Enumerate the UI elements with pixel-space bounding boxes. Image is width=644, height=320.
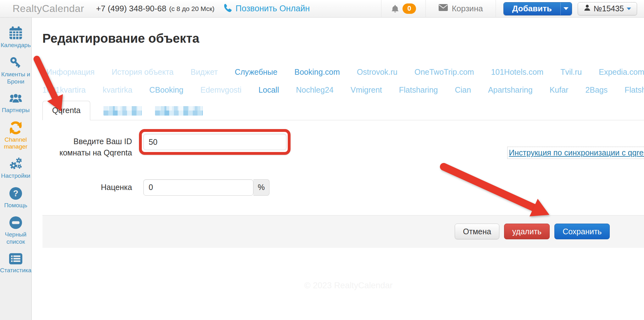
sidebar-item-clients-bookings[interactable]: Клиенты и Брони: [0, 56, 31, 85]
chevron-down-icon: [564, 7, 569, 10]
tab-row1-2[interactable]: Виджет: [182, 68, 226, 77]
tab-cbooking[interactable]: CBooking: [141, 85, 192, 95]
tab-apartsharing[interactable]: Apartsharing: [480, 85, 541, 95]
delete-button[interactable]: удалить: [504, 224, 550, 239]
channel-tabs-row-3: Qqrenta: [42, 101, 644, 120]
sidebar-item-label: Партнеры: [2, 107, 30, 114]
sidebar-item-label: Channel manager: [0, 136, 31, 150]
account-menu-button[interactable]: №15435: [578, 2, 637, 15]
redacted-tab[interactable]: [103, 106, 142, 116]
tab-expedia-com[interactable]: Expedia.com: [590, 68, 644, 77]
support-phone-number: +7 (499) 348-90-68: [96, 4, 166, 14]
app-logo: RealtyCalendar: [13, 3, 84, 14]
sidebar-item-channel-manager[interactable]: Channel manager: [0, 121, 31, 150]
add-button[interactable]: Добавить: [504, 3, 560, 15]
markup-label: Наценка: [42, 182, 132, 193]
phone-icon: [223, 3, 232, 14]
qqrenta-settings-form: Введите Ваш ID комнаты на Qqrenta Наценк…: [42, 134, 644, 196]
tab-kvartirka[interactable]: kvartirka: [94, 85, 141, 95]
page-title: Редактирование объекта: [42, 31, 644, 46]
tab-vmigrent[interactable]: Vmigrent: [342, 85, 391, 95]
sidebar-item-partners[interactable]: Партнеры: [0, 92, 31, 114]
users-icon: [8, 92, 23, 105]
topbar-divider: [496, 0, 496, 18]
room-id-input[interactable]: [143, 134, 286, 150]
markup-row: Наценка %: [42, 179, 644, 196]
gears-icon: [8, 157, 23, 171]
support-phone-hours: (с 8 до 20 Мск): [169, 5, 214, 13]
envelope-icon: [438, 4, 448, 14]
main-content: Редактирование объекта ИнформацияИстория…: [32, 18, 644, 320]
user-icon: [584, 4, 591, 13]
sidebar-item-label: Настройки: [1, 172, 30, 179]
tab-flatsharing[interactable]: Flatsharing: [391, 85, 447, 95]
tab-row1-0[interactable]: Информация: [42, 68, 103, 77]
sidebar-item-label: Черный список: [0, 231, 31, 245]
room-id-label: Введите Ваш ID комнаты на Qqrenta: [42, 136, 132, 159]
tab-flatsh[interactable]: Flatsh: [616, 85, 644, 95]
page-layout: КалендарьКлиенты и БрониПартнерыChannel …: [0, 18, 644, 320]
bell-icon[interactable]: [391, 4, 399, 13]
percent-addon: %: [253, 179, 269, 196]
sidebar-item-help[interactable]: ?Помощь: [0, 187, 31, 209]
tab-locall[interactable]: Locall: [250, 85, 287, 95]
tab-row1-3[interactable]: Служебные: [226, 68, 286, 77]
room-id-label-line2: комнаты на Qqrenta: [59, 148, 132, 157]
tab-1001kvartira[interactable]: 1001kvartira: [42, 85, 94, 95]
sidebar-item-label: Клиенты и Брони: [0, 71, 31, 85]
form-actions-bar: Отмена удалить Сохранить: [42, 215, 644, 248]
call-online-link[interactable]: Позвонить Онлайн: [236, 4, 310, 14]
tab-booking-com[interactable]: Booking.com: [286, 68, 348, 77]
notifications-badge[interactable]: 0: [402, 3, 416, 14]
add-split-button: Добавить: [503, 2, 572, 15]
add-dropdown-caret[interactable]: [560, 3, 572, 15]
account-number: №15435: [594, 4, 624, 13]
sidebar-item-calendar[interactable]: Календарь: [0, 26, 31, 49]
tab-edemvgosti[interactable]: Edemvgosti: [192, 85, 250, 95]
channel-tabs-row-2: 1001kvartirakvartirkaCBookingEdemvgostiL…: [42, 85, 644, 95]
tab-kufar[interactable]: Kufar: [541, 85, 577, 95]
topbar: RealtyCalendar +7 (499) 348-90-68 (с 8 д…: [0, 0, 644, 18]
call-online-group: Позвонить Онлайн: [223, 3, 310, 14]
minus-circle-icon: [9, 216, 23, 230]
list-icon: [8, 252, 23, 265]
tab-ostrovok-ru[interactable]: Ostrovok.ru: [348, 68, 406, 77]
cart-link[interactable]: Корзина: [426, 0, 496, 18]
tab-onetwotrip-com[interactable]: OneTwoTrip.com: [406, 68, 482, 77]
tab-row1-1[interactable]: История объекта: [103, 68, 182, 77]
sync-icon: [8, 121, 23, 135]
sidebar-item-label: Помощь: [4, 202, 27, 209]
redacted-tab[interactable]: [155, 106, 203, 116]
tab-qqrenta-active[interactable]: Qqrenta: [42, 101, 90, 120]
calendar-icon: [8, 26, 23, 40]
tab-nochleg24[interactable]: Nochleg24: [287, 85, 342, 95]
sidebar: КалендарьКлиенты и БрониПартнерыChannel …: [0, 18, 32, 320]
svg-text:?: ?: [13, 189, 19, 198]
save-button[interactable]: Сохранить: [554, 224, 610, 239]
markup-input[interactable]: [143, 179, 253, 196]
copyright-watermark: © 2023 RealtyCalendar: [42, 281, 644, 290]
room-id-label-line1: Введите Ваш ID: [74, 137, 132, 146]
sidebar-item-settings[interactable]: Настройки: [0, 157, 31, 179]
sync-instruction-link[interactable]: Инструкция по синхронизации с qqrenta: [509, 148, 644, 157]
sidebar-item-statistics[interactable]: Статистика: [0, 252, 31, 274]
tab-cian[interactable]: Cian: [446, 85, 479, 95]
channel-tabs-row-1: ИнформацияИстория объектаВиджетСлужебные…: [42, 68, 644, 77]
question-icon: ?: [9, 187, 23, 200]
sidebar-item-blacklist[interactable]: Черный список: [0, 216, 31, 245]
cancel-button[interactable]: Отмена: [455, 224, 499, 239]
tab-101hotels-com[interactable]: 101Hotels.com: [482, 68, 552, 77]
sidebar-item-label: Статистика: [0, 267, 31, 274]
tab-2bags[interactable]: 2Bags: [577, 85, 616, 95]
notifications-group[interactable]: 0: [381, 0, 425, 18]
chevron-down-icon: [627, 8, 631, 10]
tab-tvil-ru[interactable]: Tvil.ru: [552, 68, 590, 77]
sidebar-item-label: Календарь: [1, 42, 31, 49]
key-icon: [9, 56, 23, 69]
cart-label: Корзина: [452, 4, 483, 14]
